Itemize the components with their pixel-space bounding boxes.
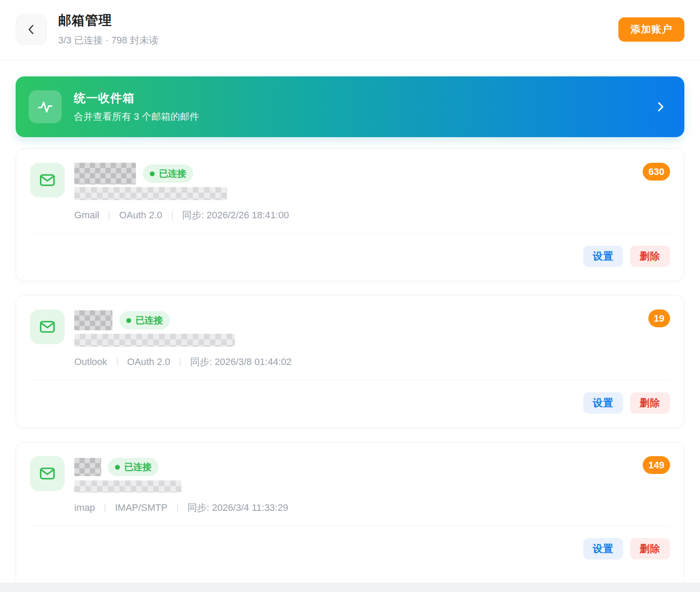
status-label: 已连接 xyxy=(159,168,186,180)
status-dot-icon xyxy=(115,465,120,470)
settings-button[interactable]: 设置 xyxy=(583,538,623,559)
card-actions: 设置 删除 xyxy=(30,392,670,414)
card-actions: 设置 删除 xyxy=(30,538,670,559)
sync-label: 同步: 2026/3/8 01:44:02 xyxy=(190,355,292,368)
unread-count-badge: 630 xyxy=(643,163,670,181)
card-top: 已连接 imap IMAP/SMTP 同步: 2026/3/4 11:33:29… xyxy=(30,456,670,513)
account-info: 已连接 Outlook OAuth 2.0 同步: 2026/3/8 01:44… xyxy=(74,309,640,368)
name-row: 已连接 xyxy=(74,163,634,184)
name-row: 已连接 xyxy=(74,456,634,478)
banner-text: 统一收件箱 合并查看所有 3 个邮箱的邮件 xyxy=(74,90,654,123)
unified-inbox-title: 统一收件箱 xyxy=(74,90,654,106)
mail-icon xyxy=(30,163,65,197)
back-button[interactable] xyxy=(16,14,47,45)
settings-button[interactable]: 设置 xyxy=(583,246,623,267)
page-header: 邮箱管理 3/3 已连接 · 798 封未读 添加账户 xyxy=(0,0,700,61)
account-meta: Gmail OAuth 2.0 同步: 2026/2/26 18:41:00 xyxy=(74,210,634,221)
card-top: 已连接 Outlook OAuth 2.0 同步: 2026/3/8 01:44… xyxy=(30,309,670,368)
auth-label: OAuth 2.0 xyxy=(127,356,170,368)
unread-count-badge: 149 xyxy=(643,456,670,474)
account-meta: imap IMAP/SMTP 同步: 2026/3/4 11:33:29 xyxy=(74,502,634,513)
status-dot-icon xyxy=(150,171,155,176)
account-email-redacted xyxy=(74,187,227,200)
account-name-redacted xyxy=(74,310,112,330)
page-subtitle: 3/3 已连接 · 798 封未读 xyxy=(58,34,618,47)
account-card-outlook: 已连接 Outlook OAuth 2.0 同步: 2026/3/8 01:44… xyxy=(16,295,684,428)
divider xyxy=(30,233,670,234)
delete-button[interactable]: 删除 xyxy=(630,246,670,267)
header-text: 邮箱管理 3/3 已连接 · 798 封未读 xyxy=(58,12,618,47)
card-top: 已连接 Gmail OAuth 2.0 同步: 2026/2/26 18:41:… xyxy=(30,163,670,221)
delete-button[interactable]: 删除 xyxy=(630,538,670,559)
sync-label: 同步: 2026/3/4 11:33:29 xyxy=(188,501,288,514)
chevron-right-icon xyxy=(654,100,667,113)
account-email-redacted xyxy=(74,480,182,493)
account-card-imap: 已连接 imap IMAP/SMTP 同步: 2026/3/4 11:33:29… xyxy=(16,442,684,591)
account-info: 已连接 imap IMAP/SMTP 同步: 2026/3/4 11:33:29 xyxy=(74,456,634,513)
main-content: 统一收件箱 合并查看所有 3 个邮箱的邮件 已连接 xyxy=(0,61,700,591)
status-label: 已连接 xyxy=(135,314,163,326)
unified-inbox-subtitle: 合并查看所有 3 个邮箱的邮件 xyxy=(74,110,654,123)
sync-label: 同步: 2026/2/26 18:41:00 xyxy=(182,209,289,222)
unified-inbox-banner[interactable]: 统一收件箱 合并查看所有 3 个邮箱的邮件 xyxy=(16,76,684,137)
activity-icon xyxy=(29,90,62,123)
mail-icon xyxy=(30,456,65,491)
account-name-redacted xyxy=(74,163,136,184)
separator xyxy=(177,503,178,512)
status-label: 已连接 xyxy=(124,461,152,473)
page-bottom-strip xyxy=(0,582,700,592)
status-badge: 已连接 xyxy=(119,311,170,329)
separator xyxy=(180,358,181,366)
separator xyxy=(117,358,118,366)
status-badge: 已连接 xyxy=(143,164,193,183)
settings-button[interactable]: 设置 xyxy=(583,392,623,414)
account-info: 已连接 Gmail OAuth 2.0 同步: 2026/2/26 18:41:… xyxy=(74,163,634,221)
card-actions: 设置 删除 xyxy=(30,246,670,267)
divider xyxy=(30,380,670,380)
separator xyxy=(109,211,109,220)
provider-label: Outlook xyxy=(74,356,107,368)
page-title: 邮箱管理 xyxy=(58,12,618,30)
account-meta: Outlook OAuth 2.0 同步: 2026/3/8 01:44:02 xyxy=(74,356,640,368)
separator xyxy=(105,503,106,512)
auth-label: IMAP/SMTP xyxy=(115,502,168,513)
delete-button[interactable]: 删除 xyxy=(630,392,670,414)
mail-icon xyxy=(30,309,65,344)
name-row: 已连接 xyxy=(74,309,640,331)
add-account-button[interactable]: 添加账户 xyxy=(618,17,684,42)
chevron-left-icon xyxy=(25,23,37,36)
divider xyxy=(30,526,670,526)
unread-count-badge: 19 xyxy=(648,309,670,327)
separator xyxy=(172,211,173,220)
account-name-redacted xyxy=(74,458,101,476)
status-dot-icon xyxy=(126,318,131,323)
auth-label: OAuth 2.0 xyxy=(119,210,162,221)
provider-label: Gmail xyxy=(74,210,99,221)
provider-label: imap xyxy=(74,502,95,513)
account-email-redacted xyxy=(74,334,235,347)
account-card-gmail: 已连接 Gmail OAuth 2.0 同步: 2026/2/26 18:41:… xyxy=(16,148,684,281)
status-badge: 已连接 xyxy=(108,458,158,476)
